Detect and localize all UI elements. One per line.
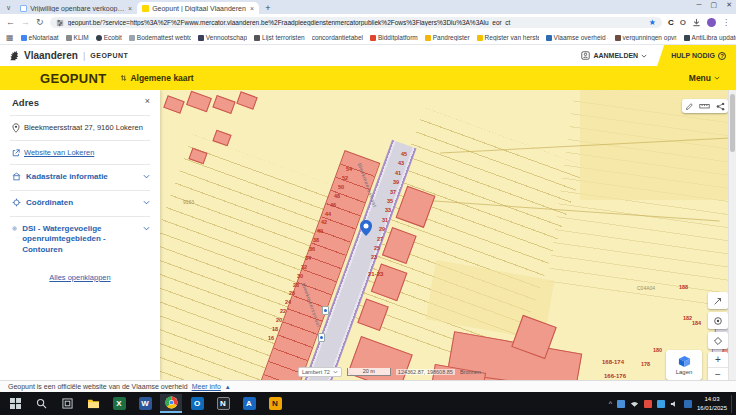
house-number: 166-176 (604, 373, 626, 379)
address-row: Bleekmeersstraat 27, 9160 Lokeren (0, 116, 160, 140)
bookmark-item[interactable]: Vennootschap (198, 34, 247, 41)
house-number: 16 (268, 336, 274, 342)
back-icon[interactable]: ← (6, 18, 15, 27)
geopunt-logo[interactable]: GEOPUNT (40, 71, 106, 86)
expand-all-link[interactable]: Alles openklappen (49, 273, 110, 282)
app-a-blue-icon[interactable]: A (238, 394, 260, 413)
scrollbar-thumb[interactable] (730, 94, 735, 152)
zoom-out-button[interactable]: − (708, 368, 728, 381)
brand-geopunt[interactable]: GEOPUNT (90, 52, 128, 59)
layers-button[interactable]: Lagen (666, 350, 702, 380)
official-footer: Geopunt is een officiële website van de … (0, 380, 736, 392)
building (371, 263, 408, 301)
bookmark-item[interactable]: Register van herstel... (477, 34, 539, 41)
measure-ruler-icon[interactable] (699, 102, 710, 110)
more-info-link[interactable]: Meer info (192, 383, 221, 390)
downloads-icon[interactable] (692, 18, 701, 27)
forward-icon[interactable]: → (21, 18, 30, 27)
tray-icon-edge[interactable] (684, 400, 692, 408)
tab-geopunt[interactable]: Geopunt | Digitaal Vlaanderen × (137, 2, 259, 14)
menu-button[interactable]: Menu (689, 73, 720, 83)
house-number: 26 (289, 291, 295, 297)
bookmark-item[interactable]: Ecobit (96, 34, 122, 41)
address-bar[interactable]: geopunt.be/?service=https%3A%2F%2Fwww.me… (50, 17, 662, 28)
map-selector[interactable]: Algemene kaart (120, 73, 193, 83)
bookmark-item[interactable]: vergunningen opvra... (615, 34, 677, 41)
section-dsi[interactable]: DSI - Watergevoelige openruimtegebieden … (0, 217, 160, 263)
section-kadastrale[interactable]: Kadastrale informatie (0, 165, 160, 190)
house-number: 18 (272, 327, 278, 333)
panel-close-icon[interactable]: × (145, 96, 150, 106)
tab1-close-icon[interactable]: × (128, 5, 132, 12)
word-icon[interactable]: W (134, 394, 156, 413)
bookmark-item[interactable]: KLIM (66, 34, 89, 41)
task-view-button[interactable] (56, 394, 78, 413)
house-number: 40 (317, 229, 323, 235)
close-button[interactable]: ✕ (726, 1, 732, 9)
tab2-close-icon[interactable]: × (250, 5, 254, 12)
section-coordinaten[interactable]: Coördinaten (0, 191, 160, 216)
file-explorer-icon[interactable] (82, 394, 104, 413)
zoom-in-button[interactable]: + (708, 352, 728, 368)
start-button[interactable] (4, 394, 26, 413)
taskbar-clock[interactable]: 14:03 16/01/2025 (697, 395, 732, 413)
maximize-button[interactable]: ▢ (711, 1, 718, 9)
excel-icon[interactable]: X (108, 394, 130, 413)
tray-icon-teams[interactable] (657, 400, 665, 408)
tab2-favicon (142, 5, 149, 12)
tray-expand-icon[interactable]: ^ (609, 400, 612, 407)
outlook-icon[interactable]: O (186, 394, 208, 413)
help-button[interactable]: HULP NODIG ? (657, 45, 736, 66)
profile-avatar[interactable] (707, 18, 716, 27)
house-number: 44 (325, 212, 331, 218)
wifi-icon[interactable] (630, 400, 639, 408)
tab-search-icon[interactable]: ∨ (6, 4, 11, 12)
app-n-yellow-icon[interactable]: N (264, 394, 286, 413)
house-number: 28 (293, 283, 299, 289)
sources-link[interactable]: Bronnen (460, 369, 481, 375)
tab-verkoop[interactable]: Vrijwillige openbare verkoop I... × (15, 2, 137, 14)
signin-button[interactable]: AANMELDEN (581, 51, 647, 60)
bookmark-item[interactable]: Bidditplatform (370, 34, 418, 41)
new-tab-button[interactable]: + (265, 3, 270, 13)
volume-icon[interactable] (670, 400, 679, 408)
chrome-menu-icon[interactable]: ⋮ (722, 18, 730, 27)
app-n-dark-icon[interactable]: N (212, 394, 234, 413)
bookmark-star-icon[interactable]: ★ (649, 18, 656, 27)
bookmark-item[interactable]: AntiLibra update (684, 34, 736, 41)
brand-vlaanderen[interactable]: Vlaanderen (24, 50, 78, 61)
reload-icon[interactable]: ↻ (36, 18, 44, 27)
address-text: Bleekmeersstraat 27, 9160 Lokeren (24, 123, 143, 132)
house-number: 50 (338, 185, 344, 191)
minimize-button[interactable]: ─ (697, 1, 702, 9)
bookmark-item[interactable]: concordantietabel (312, 34, 363, 41)
projection-select[interactable]: Lambert 72 (298, 367, 342, 377)
tab2-title: Geopunt | Digitaal Vlaanderen (152, 5, 247, 12)
share-icon[interactable] (716, 102, 725, 111)
bookmark-item[interactable]: Bodemattest webto... (129, 34, 191, 41)
bookmark-item[interactable]: Vlaamse overheid -... (546, 34, 608, 41)
house-number: 52 (342, 176, 348, 182)
house-number: 48 (334, 194, 340, 200)
bookmarks-bar: ▦ eNotariaat KLIM Ecobit Bodemattest web… (0, 31, 736, 45)
tray-icon-blue[interactable] (617, 400, 625, 408)
geolocate-button[interactable] (708, 312, 728, 329)
measure-arrow-button[interactable] (708, 292, 728, 309)
tray-icon-red[interactable] (644, 400, 652, 408)
scale-bar: 20 m (347, 368, 391, 376)
draw-pencil-icon[interactable] (685, 102, 694, 111)
extension-o-icon[interactable]: O (680, 18, 686, 27)
page-scrollbar[interactable] (728, 90, 736, 380)
bookmark-item[interactable]: Lijst terroristen (254, 34, 305, 41)
bookmark-item[interactable]: Pandregister (425, 34, 470, 41)
extension-c-icon[interactable]: C (668, 18, 674, 27)
full-extent-button[interactable] (708, 332, 728, 349)
bookmark-item[interactable]: eNotariaat (21, 34, 59, 41)
footer-text: Geopunt is een officiële website van de … (8, 383, 188, 390)
house-number: 35 (387, 199, 393, 205)
chrome-icon[interactable] (160, 394, 182, 413)
search-button[interactable] (30, 394, 52, 413)
swap-arrows-icon (120, 74, 127, 82)
apps-grid-icon[interactable]: ▦ (6, 33, 14, 42)
website-link[interactable]: Website van Lokeren (12, 148, 148, 157)
